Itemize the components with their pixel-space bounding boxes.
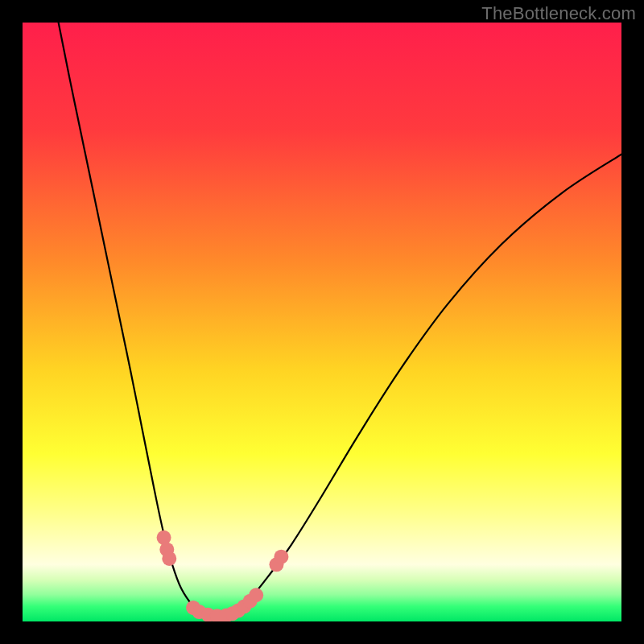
gradient-background: [23, 23, 621, 621]
chart-svg: [23, 23, 621, 621]
plot-area: [23, 23, 621, 621]
data-point: [162, 551, 176, 566]
data-point: [274, 550, 288, 564]
watermark-text: TheBottleneck.com: [481, 3, 636, 24]
data-point: [249, 588, 263, 602]
chart-frame: TheBottleneck.com: [0, 0, 644, 644]
